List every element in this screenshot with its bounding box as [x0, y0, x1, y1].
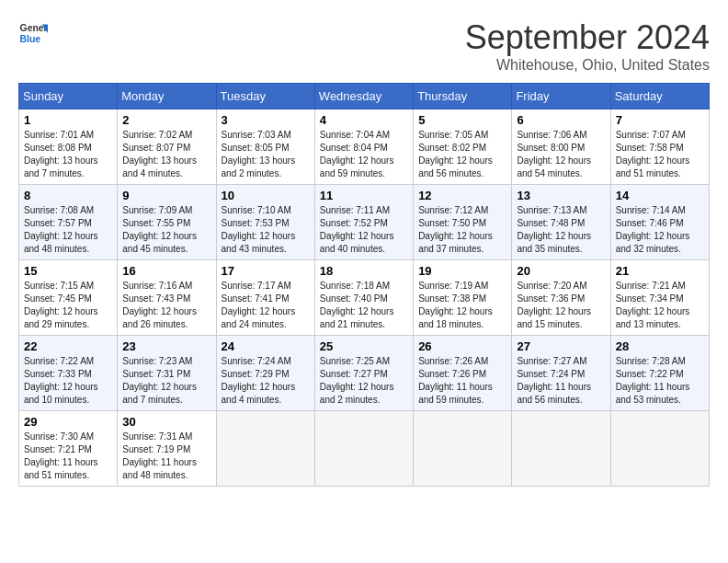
day-number: 5 — [418, 113, 506, 127]
calendar-cell: 11Sunrise: 7:11 AM Sunset: 7:52 PM Dayli… — [314, 185, 413, 260]
calendar-cell: 20Sunrise: 7:20 AM Sunset: 7:36 PM Dayli… — [512, 260, 610, 336]
calendar-cell: 15Sunrise: 7:15 AM Sunset: 7:45 PM Dayli… — [19, 260, 118, 336]
calendar-cell: 6Sunrise: 7:06 AM Sunset: 8:00 PM Daylig… — [512, 109, 610, 185]
day-info: Sunrise: 7:08 AM Sunset: 7:57 PM Dayligh… — [24, 204, 112, 256]
day-info: Sunrise: 7:09 AM Sunset: 7:55 PM Dayligh… — [122, 204, 210, 256]
calendar-cell: 27Sunrise: 7:27 AM Sunset: 7:24 PM Dayli… — [512, 336, 610, 411]
calendar-table: SundayMondayTuesdayWednesdayThursdayFrid… — [18, 83, 710, 487]
day-info: Sunrise: 7:21 AM Sunset: 7:34 PM Dayligh… — [616, 280, 704, 331]
calendar-cell — [314, 411, 413, 487]
calendar-cell: 16Sunrise: 7:16 AM Sunset: 7:43 PM Dayli… — [118, 260, 216, 336]
logo-icon: General Blue — [18, 18, 48, 48]
day-info: Sunrise: 7:26 AM Sunset: 7:26 PM Dayligh… — [418, 355, 506, 407]
calendar-cell: 3Sunrise: 7:03 AM Sunset: 8:05 PM Daylig… — [216, 109, 314, 185]
col-header-monday: Monday — [118, 84, 216, 109]
day-number: 25 — [320, 339, 408, 353]
day-number: 19 — [418, 264, 506, 278]
calendar-cell: 25Sunrise: 7:25 AM Sunset: 7:27 PM Dayli… — [314, 336, 413, 411]
calendar-cell: 7Sunrise: 7:07 AM Sunset: 7:58 PM Daylig… — [610, 109, 709, 185]
day-info: Sunrise: 7:13 AM Sunset: 7:48 PM Dayligh… — [517, 204, 605, 256]
day-info: Sunrise: 7:12 AM Sunset: 7:50 PM Dayligh… — [418, 204, 506, 256]
day-number: 6 — [517, 113, 605, 127]
calendar-cell: 22Sunrise: 7:22 AM Sunset: 7:33 PM Dayli… — [19, 336, 118, 411]
day-info: Sunrise: 7:11 AM Sunset: 7:52 PM Dayligh… — [320, 204, 408, 256]
calendar-week-3: 15Sunrise: 7:15 AM Sunset: 7:45 PM Dayli… — [19, 260, 710, 336]
location-title: Whitehouse, Ohio, United States — [465, 57, 710, 74]
calendar-cell: 9Sunrise: 7:09 AM Sunset: 7:55 PM Daylig… — [118, 185, 216, 260]
day-number: 4 — [320, 113, 408, 127]
month-title: September 2024 — [465, 18, 710, 57]
calendar-week-4: 22Sunrise: 7:22 AM Sunset: 7:33 PM Dayli… — [19, 336, 710, 411]
calendar-cell — [216, 411, 314, 487]
col-header-wednesday: Wednesday — [314, 84, 413, 109]
day-number: 15 — [24, 264, 112, 278]
calendar-cell: 26Sunrise: 7:26 AM Sunset: 7:26 PM Dayli… — [414, 336, 512, 411]
calendar-cell: 17Sunrise: 7:17 AM Sunset: 7:41 PM Dayli… — [216, 260, 314, 336]
day-info: Sunrise: 7:20 AM Sunset: 7:36 PM Dayligh… — [517, 280, 605, 331]
calendar-cell: 18Sunrise: 7:18 AM Sunset: 7:40 PM Dayli… — [314, 260, 413, 336]
day-number: 22 — [24, 339, 112, 353]
day-info: Sunrise: 7:18 AM Sunset: 7:40 PM Dayligh… — [320, 280, 408, 331]
day-number: 26 — [418, 339, 506, 353]
calendar-cell: 24Sunrise: 7:24 AM Sunset: 7:29 PM Dayli… — [216, 336, 314, 411]
col-header-thursday: Thursday — [414, 84, 512, 109]
day-number: 23 — [122, 339, 210, 353]
day-number: 14 — [616, 189, 704, 202]
page-header: General Blue September 2024 Whitehouse, … — [18, 18, 710, 74]
day-number: 29 — [24, 415, 112, 429]
calendar-week-5: 29Sunrise: 7:30 AM Sunset: 7:21 PM Dayli… — [19, 411, 710, 487]
calendar-week-2: 8Sunrise: 7:08 AM Sunset: 7:57 PM Daylig… — [19, 185, 710, 260]
calendar-cell: 14Sunrise: 7:14 AM Sunset: 7:46 PM Dayli… — [610, 185, 709, 260]
day-number: 11 — [320, 189, 408, 202]
day-info: Sunrise: 7:04 AM Sunset: 8:04 PM Dayligh… — [320, 129, 408, 180]
day-number: 16 — [122, 264, 210, 278]
calendar-cell — [512, 411, 610, 487]
day-info: Sunrise: 7:22 AM Sunset: 7:33 PM Dayligh… — [24, 355, 112, 407]
day-number: 13 — [517, 189, 605, 202]
day-number: 12 — [418, 189, 506, 202]
logo: General Blue — [18, 18, 48, 48]
day-info: Sunrise: 7:01 AM Sunset: 8:08 PM Dayligh… — [24, 129, 112, 180]
day-number: 24 — [222, 339, 310, 353]
calendar-week-1: 1Sunrise: 7:01 AM Sunset: 8:08 PM Daylig… — [19, 109, 710, 185]
day-info: Sunrise: 7:03 AM Sunset: 8:05 PM Dayligh… — [222, 129, 310, 180]
calendar-cell: 1Sunrise: 7:01 AM Sunset: 8:08 PM Daylig… — [19, 109, 118, 185]
calendar-cell: 29Sunrise: 7:30 AM Sunset: 7:21 PM Dayli… — [19, 411, 118, 487]
day-info: Sunrise: 7:05 AM Sunset: 8:02 PM Dayligh… — [418, 129, 506, 180]
calendar-cell: 5Sunrise: 7:05 AM Sunset: 8:02 PM Daylig… — [414, 109, 512, 185]
day-info: Sunrise: 7:30 AM Sunset: 7:21 PM Dayligh… — [24, 431, 112, 482]
calendar-cell: 4Sunrise: 7:04 AM Sunset: 8:04 PM Daylig… — [314, 109, 413, 185]
day-info: Sunrise: 7:06 AM Sunset: 8:00 PM Dayligh… — [517, 129, 605, 180]
calendar-cell: 28Sunrise: 7:28 AM Sunset: 7:22 PM Dayli… — [610, 336, 709, 411]
day-number: 10 — [222, 189, 310, 202]
day-info: Sunrise: 7:10 AM Sunset: 7:53 PM Dayligh… — [222, 204, 310, 256]
day-info: Sunrise: 7:14 AM Sunset: 7:46 PM Dayligh… — [616, 204, 704, 256]
day-number: 8 — [24, 189, 112, 202]
day-number: 17 — [222, 264, 310, 278]
day-info: Sunrise: 7:31 AM Sunset: 7:19 PM Dayligh… — [122, 431, 210, 482]
calendar-cell: 12Sunrise: 7:12 AM Sunset: 7:50 PM Dayli… — [414, 185, 512, 260]
day-info: Sunrise: 7:19 AM Sunset: 7:38 PM Dayligh… — [418, 280, 506, 331]
svg-text:Blue: Blue — [20, 34, 41, 44]
day-info: Sunrise: 7:27 AM Sunset: 7:24 PM Dayligh… — [517, 355, 605, 407]
day-number: 21 — [616, 264, 704, 278]
calendar-cell: 30Sunrise: 7:31 AM Sunset: 7:19 PM Dayli… — [118, 411, 216, 487]
calendar-cell — [414, 411, 512, 487]
col-header-tuesday: Tuesday — [216, 84, 314, 109]
day-number: 7 — [616, 113, 704, 127]
day-number: 9 — [122, 189, 210, 202]
col-header-friday: Friday — [512, 84, 610, 109]
day-info: Sunrise: 7:24 AM Sunset: 7:29 PM Dayligh… — [222, 355, 310, 407]
calendar-cell: 21Sunrise: 7:21 AM Sunset: 7:34 PM Dayli… — [610, 260, 709, 336]
day-info: Sunrise: 7:02 AM Sunset: 8:07 PM Dayligh… — [122, 129, 210, 180]
calendar-cell — [610, 411, 709, 487]
day-info: Sunrise: 7:25 AM Sunset: 7:27 PM Dayligh… — [320, 355, 408, 407]
day-info: Sunrise: 7:23 AM Sunset: 7:31 PM Dayligh… — [122, 355, 210, 407]
calendar-header-row: SundayMondayTuesdayWednesdayThursdayFrid… — [19, 84, 710, 109]
day-info: Sunrise: 7:15 AM Sunset: 7:45 PM Dayligh… — [24, 280, 112, 331]
calendar-cell: 23Sunrise: 7:23 AM Sunset: 7:31 PM Dayli… — [118, 336, 216, 411]
day-number: 18 — [320, 264, 408, 278]
col-header-sunday: Sunday — [19, 84, 118, 109]
calendar-cell: 13Sunrise: 7:13 AM Sunset: 7:48 PM Dayli… — [512, 185, 610, 260]
title-section: September 2024 Whitehouse, Ohio, United … — [465, 18, 710, 74]
